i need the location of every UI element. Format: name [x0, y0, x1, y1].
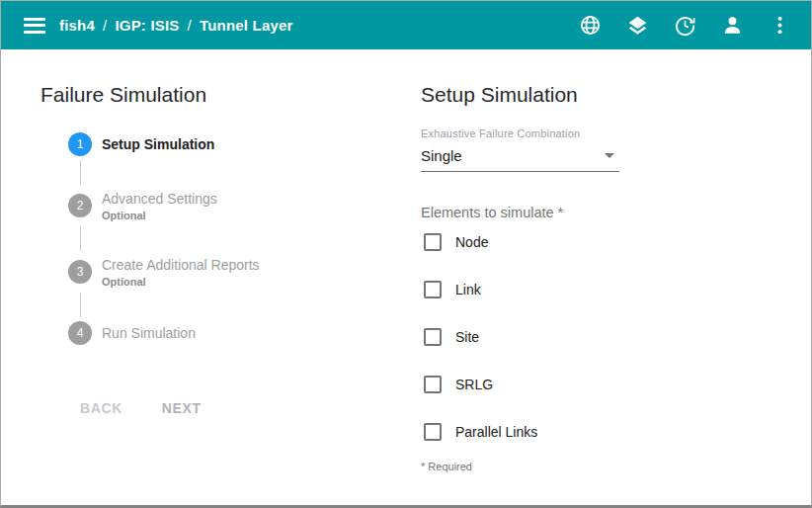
breadcrumb-layer[interactable]: Tunnel Layer — [200, 17, 293, 34]
layers-icon[interactable] — [626, 14, 649, 37]
step-number-badge: 2 — [68, 194, 92, 217]
checkbox-label: SRLG — [455, 377, 493, 392]
checkbox-box[interactable] — [424, 328, 442, 346]
page-title: Failure Simulation — [41, 84, 386, 106]
step-advanced-settings[interactable]: 2 Advanced Settings Optional — [41, 189, 386, 222]
person-icon[interactable] — [721, 14, 744, 37]
chevron-down-icon — [605, 153, 614, 158]
checkbox-label: Node — [455, 234, 488, 250]
elements-group-label: Elements to simulate * — [421, 205, 697, 220]
globe-icon[interactable] — [579, 14, 602, 37]
checkbox-box[interactable] — [424, 281, 442, 298]
menu-icon[interactable] — [24, 18, 45, 34]
breadcrumb-igp[interactable]: IGP: ISIS — [115, 17, 179, 34]
breadcrumb-separator: / — [188, 17, 192, 34]
checkbox-label: Link — [455, 282, 481, 297]
required-note: * Required — [421, 461, 697, 472]
checkbox-box[interactable] — [424, 233, 442, 251]
header-icon-group — [579, 14, 791, 37]
step-number-badge: 4 — [68, 321, 92, 345]
combination-select-value: Single — [421, 147, 462, 164]
stepper-buttons: BACK NEXT — [64, 392, 386, 424]
update-history-icon[interactable] — [674, 14, 696, 37]
step-label: Setup Simulation — [102, 136, 214, 152]
checkbox-parallel-links[interactable]: Parallel Links — [424, 423, 697, 441]
wizard-stepper: 1 Setup Simulation 2 Advanced Settings O… — [41, 132, 386, 345]
back-button[interactable]: BACK — [64, 392, 138, 424]
combination-select[interactable]: Single — [421, 147, 619, 172]
checkbox-node[interactable]: Node — [424, 233, 697, 251]
checkbox-label: Parallel Links — [455, 424, 537, 440]
step-label: Run Simulation — [102, 325, 196, 341]
failure-simulation-panel: Failure Simulation 1 Setup Simulation 2 … — [41, 84, 386, 424]
step-optional-tag: Optional — [102, 210, 217, 221]
checkbox-srlg[interactable]: SRLG — [424, 376, 697, 393]
breadcrumb-separator: / — [103, 17, 107, 34]
step-label: Create Additional Reports — [102, 257, 260, 273]
app-header: fish4 / IGP: ISIS / Tunnel Layer — [1, 1, 811, 49]
setup-simulation-panel: Setup Simulation Exhaustive Failure Comb… — [421, 84, 697, 472]
section-title: Setup Simulation — [421, 84, 697, 106]
step-number-badge: 1 — [68, 132, 92, 156]
combination-select-label: Exhaustive Failure Combination — [421, 127, 697, 139]
more-vert-icon[interactable] — [769, 14, 791, 37]
step-connector — [80, 226, 81, 251]
step-connector — [80, 293, 81, 317]
checkbox-box[interactable] — [424, 423, 442, 441]
step-connector — [80, 160, 81, 185]
step-label: Advanced Settings — [102, 191, 217, 207]
breadcrumb-network[interactable]: fish4 — [59, 17, 95, 34]
elements-checkbox-list: Node Link Site SRLG Parallel Links — [421, 233, 697, 441]
checkbox-box[interactable] — [424, 376, 442, 393]
checkbox-link[interactable]: Link — [424, 281, 697, 298]
step-number-badge: 3 — [68, 260, 92, 284]
app-window: fish4 / IGP: ISIS / Tunnel Layer — [0, 0, 812, 508]
next-button[interactable]: NEXT — [146, 392, 217, 424]
step-setup-simulation[interactable]: 1 Setup Simulation — [41, 132, 386, 156]
step-optional-tag: Optional — [102, 276, 260, 288]
checkbox-label: Site — [455, 329, 479, 345]
step-run-simulation[interactable]: 4 Run Simulation — [41, 321, 386, 345]
step-create-additional-reports[interactable]: 3 Create Additional Reports Optional — [41, 255, 386, 289]
checkbox-site[interactable]: Site — [424, 328, 697, 346]
breadcrumb: fish4 / IGP: ISIS / Tunnel Layer — [59, 17, 293, 34]
